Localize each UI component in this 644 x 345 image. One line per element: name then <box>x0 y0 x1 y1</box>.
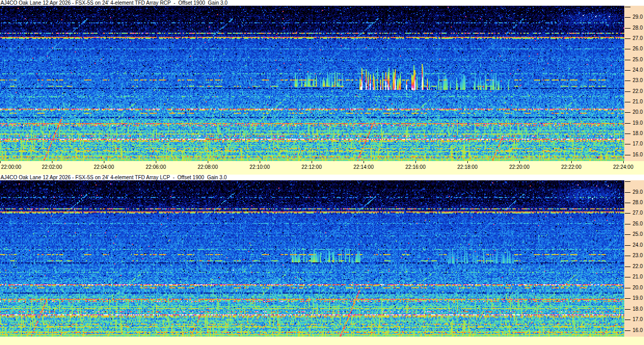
freq-tick-label: 19.0 <box>633 120 642 126</box>
freq-tick <box>625 155 630 155</box>
freq-tick <box>625 213 630 214</box>
spectrogram-rcp[interactable] <box>0 6 624 161</box>
time-tick-label: 22:10:00 <box>250 164 270 170</box>
freq-tick-label: 25.0 <box>633 231 642 237</box>
freq-tick <box>625 267 630 267</box>
freq-tick <box>625 49 630 49</box>
freq-tick-label: 23.0 <box>633 77 642 84</box>
time-tick-label: 22:18:00 <box>458 164 478 170</box>
freq-tick-label: 20.0 <box>633 109 642 115</box>
time-tick <box>519 161 520 163</box>
time-tick <box>0 161 1 163</box>
freq-tick-label: 19.0 <box>633 295 642 301</box>
freq-tick-label: 18.0 <box>633 130 642 137</box>
time-axis: 22:00:0022:02:0022:04:0022:06:0022:08:00… <box>0 161 644 175</box>
freq-tick-label: 26.0 <box>633 221 642 227</box>
freq-tick-label: 26.0 <box>633 46 642 52</box>
spectrograph-window: AJ4CO Oak Lane 12 Apr 2026 - FSX-5S on 2… <box>0 0 644 345</box>
freq-tick <box>625 70 630 71</box>
freq-tick <box>625 102 630 102</box>
freq-tick-label: 29.0 <box>633 189 642 195</box>
time-tick <box>467 161 468 163</box>
panel-title-rcp: AJ4CO Oak Lane 12 Apr 2026 - FSX-5S on 2… <box>0 0 644 6</box>
freq-tick <box>625 234 630 235</box>
freq-tick-label: 18.0 <box>633 306 642 312</box>
freq-tick-label: 21.0 <box>633 274 642 280</box>
freq-tick <box>625 144 630 144</box>
time-tick <box>623 161 624 163</box>
freq-tick-label: 17.0 <box>633 316 642 323</box>
freq-tick-label: 27.0 <box>633 210 642 216</box>
freq-tick <box>625 288 630 288</box>
time-tick <box>415 161 416 163</box>
time-tick <box>260 161 260 163</box>
time-tick <box>52 161 52 163</box>
freq-tick <box>625 7 630 7</box>
time-tick-label: 22:24:00 <box>613 164 634 170</box>
time-tick <box>208 161 208 163</box>
freq-tick-label: 22.0 <box>633 88 642 95</box>
time-tick-label: 22:08:00 <box>198 164 218 170</box>
time-tick-label: 22:12:00 <box>302 164 322 170</box>
freq-tick <box>625 134 630 134</box>
time-tick <box>312 161 312 163</box>
freq-tick-label: 28.0 <box>633 200 642 206</box>
freq-tick <box>625 91 630 92</box>
freq-tick-label: 16.0 <box>633 327 642 334</box>
freq-tick-label: 28.0 <box>633 25 642 31</box>
time-tick <box>156 161 156 163</box>
freq-tick <box>625 17 630 18</box>
time-tick-label: 22:06:00 <box>146 164 166 170</box>
freq-tick <box>625 298 630 299</box>
freq-tick <box>625 60 630 60</box>
freq-tick-label: 20.0 <box>633 285 642 291</box>
freq-tick-label: 25.0 <box>633 57 642 63</box>
freq-tick <box>625 28 630 29</box>
spectrogram-lcp[interactable] <box>0 180 624 337</box>
freq-tick <box>625 277 630 277</box>
freq-tick <box>625 38 630 39</box>
time-tick-label: 22:04:00 <box>94 164 114 170</box>
freq-tick <box>625 192 630 193</box>
freq-tick-label: 23.0 <box>633 253 642 259</box>
freq-tick <box>625 256 630 256</box>
freq-tick <box>625 123 630 124</box>
time-tick-label: 22:20:00 <box>509 164 530 170</box>
freq-tick <box>625 81 630 81</box>
time-tick-label: 22:02:00 <box>42 164 62 170</box>
freq-tick-label: 16.0 <box>633 152 642 158</box>
time-tick-label: 22:16:00 <box>406 164 426 170</box>
panel-title-lcp: AJ4CO Oak Lane 12 Apr 2026 - FSX-5S on 2… <box>0 175 644 180</box>
time-axis-bottom-clipped <box>0 337 644 345</box>
time-tick <box>571 161 572 163</box>
freq-tick-label: 27.0 <box>633 35 642 42</box>
frequency-axis-rcp: 29.028.027.026.025.024.023.022.021.020.0… <box>624 6 644 161</box>
freq-tick <box>625 330 630 331</box>
freq-tick <box>625 245 630 246</box>
freq-tick-label: 24.0 <box>633 242 642 248</box>
freq-tick <box>625 309 630 310</box>
time-tick <box>364 161 364 163</box>
time-tick-label: 22:14:00 <box>354 164 374 170</box>
time-tick-label: 22:22:00 <box>561 164 582 170</box>
freq-tick-label: 22.0 <box>633 263 642 270</box>
freq-tick <box>625 224 630 224</box>
freq-tick <box>625 181 630 182</box>
time-tick-label: 22:00:00 <box>1 164 21 170</box>
freq-tick <box>625 320 630 320</box>
freq-tick <box>625 203 630 203</box>
freq-tick-label: 24.0 <box>633 67 642 73</box>
frequency-axis-lcp: 29.028.027.026.025.024.023.022.021.020.0… <box>624 180 644 337</box>
freq-tick-label: 21.0 <box>633 99 642 105</box>
time-tick <box>104 161 104 163</box>
freq-tick <box>625 112 630 113</box>
freq-tick-label: 29.0 <box>633 14 642 20</box>
freq-tick-label: 17.0 <box>633 141 642 147</box>
